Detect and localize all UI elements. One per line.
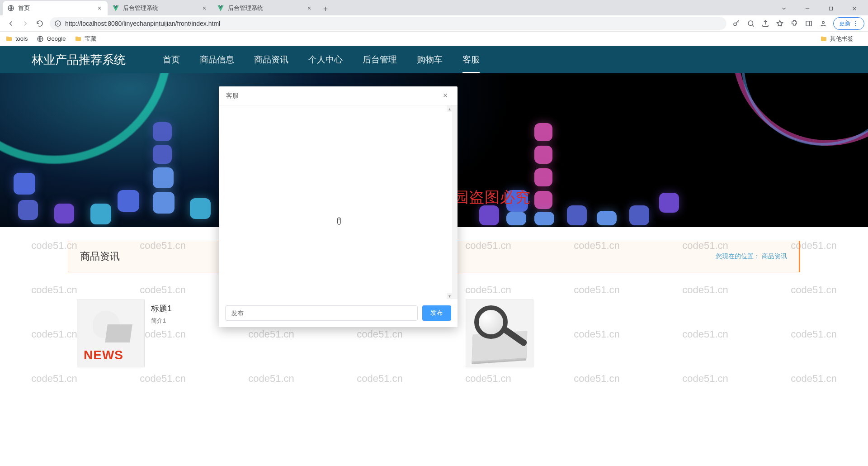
bookmark-label: Google: [47, 35, 66, 42]
modal-overlay: 客服 × ▴ ▾ 发布: [0, 46, 868, 466]
scroll-up-icon[interactable]: ▴: [447, 105, 452, 112]
close-icon[interactable]: ×: [201, 5, 208, 12]
vue-icon: [217, 5, 224, 12]
maximize-icon[interactable]: [821, 2, 841, 15]
window-controls: [770, 2, 868, 15]
forward-icon[interactable]: [19, 17, 32, 30]
svg-point-6: [822, 21, 825, 24]
cursor-icon: [335, 217, 343, 226]
close-window-icon[interactable]: [844, 2, 864, 15]
folder-icon: [820, 35, 827, 43]
new-tab-button[interactable]: +: [319, 3, 332, 15]
vue-icon: [112, 5, 119, 12]
close-icon[interactable]: ×: [440, 91, 450, 101]
bookmark-treasure[interactable]: 宝藏: [75, 35, 96, 43]
tab-title: 后台管理系统: [123, 5, 198, 12]
star-icon[interactable]: [774, 17, 786, 30]
address-bar: http://localhost:8080/linyechanpintuijia…: [0, 15, 868, 32]
tab-home[interactable]: 首页 ×: [3, 1, 108, 15]
menu-dots-icon: ⋮: [853, 20, 859, 27]
customer-service-modal: 客服 × ▴ ▾ 发布: [219, 86, 458, 327]
modal-title: 客服: [226, 92, 239, 100]
update-button[interactable]: 更新 ⋮: [833, 17, 864, 30]
tab-admin-1[interactable]: 后台管理系统 ×: [108, 1, 212, 15]
globe-icon: [7, 5, 14, 12]
page: code51.cncode51.cncode51.cncode51.cncode…: [0, 46, 868, 466]
tab-title: 后台管理系统: [228, 5, 303, 12]
folder-icon: [75, 35, 82, 43]
back-icon[interactable]: [5, 17, 17, 30]
tab-title: 首页: [18, 5, 93, 12]
svg-rect-5: [806, 21, 811, 26]
svg-rect-1: [830, 7, 833, 10]
message-input[interactable]: [225, 305, 418, 321]
share-icon[interactable]: [759, 17, 772, 30]
send-button[interactable]: 发布: [422, 305, 451, 321]
globe-icon: [37, 35, 44, 43]
tab-search-icon[interactable]: [774, 2, 794, 15]
site-info-icon[interactable]: [54, 20, 61, 27]
other-bookmarks[interactable]: 其他书签: [820, 35, 854, 43]
close-icon[interactable]: ×: [96, 5, 103, 12]
extensions-icon[interactable]: [788, 17, 801, 30]
key-icon[interactable]: [730, 17, 743, 30]
modal-footer: 发布: [219, 299, 458, 327]
bookmark-label: 宝藏: [85, 35, 96, 43]
folder-icon: [5, 35, 13, 43]
update-label: 更新: [839, 19, 851, 28]
zoom-icon[interactable]: [745, 17, 757, 30]
reload-icon[interactable]: [33, 17, 46, 30]
svg-point-3: [734, 23, 736, 25]
side-panel-icon[interactable]: [802, 17, 815, 30]
bookmark-tools[interactable]: tools: [5, 35, 28, 43]
bookmark-google[interactable]: Google: [37, 35, 66, 43]
bookmark-label: 其他书签: [830, 35, 854, 43]
tab-admin-2[interactable]: 后台管理系统 ×: [212, 1, 317, 15]
close-icon[interactable]: ×: [306, 5, 313, 12]
profile-icon[interactable]: [817, 17, 830, 30]
tab-strip: 首页 × 后台管理系统 × 后台管理系统 × +: [0, 0, 868, 15]
modal-body[interactable]: ▴ ▾: [219, 105, 458, 299]
url-text: http://localhost:8080/linyechanpintuijia…: [65, 20, 220, 27]
bookmark-label: tools: [15, 35, 28, 42]
svg-point-4: [748, 21, 753, 26]
scroll-down-icon[interactable]: ▾: [447, 293, 452, 299]
url-field[interactable]: http://localhost:8080/linyechanpintuijia…: [50, 17, 726, 30]
bookmarks-bar: tools Google 宝藏 其他书签: [0, 32, 868, 46]
modal-header: 客服 ×: [219, 86, 458, 105]
browser-chrome: 首页 × 后台管理系统 × 后台管理系统 × +: [0, 0, 868, 46]
minimize-icon[interactable]: [797, 2, 817, 15]
